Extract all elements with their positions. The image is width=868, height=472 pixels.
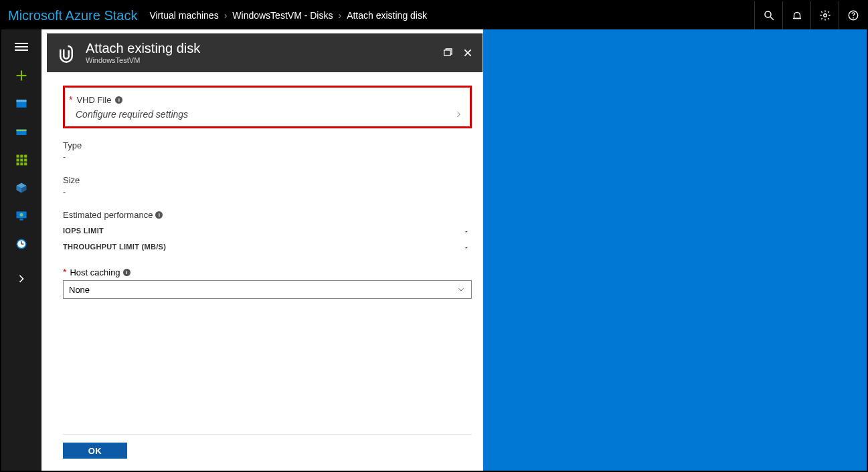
- svg-rect-16: [20, 158, 23, 161]
- topbar-actions: [754, 1, 867, 29]
- chevron-right-icon: [454, 110, 463, 119]
- attach-disk-blade: Attach existing disk WindowsTestVM * VHD…: [47, 33, 483, 467]
- blade-header: Attach existing disk WindowsTestVM: [47, 33, 483, 72]
- host-caching-label: Host caching: [70, 267, 120, 277]
- sidebar: [1, 29, 41, 471]
- restore-icon[interactable]: [442, 47, 453, 58]
- portal-background: [483, 29, 867, 471]
- svg-line-1: [770, 17, 774, 20]
- close-icon[interactable]: [462, 47, 473, 58]
- svg-rect-9: [17, 100, 27, 102]
- info-icon[interactable]: i: [115, 96, 122, 104]
- svg-rect-18: [17, 162, 19, 165]
- host-caching-select[interactable]: None: [63, 280, 472, 299]
- cube-icon: [15, 181, 28, 195]
- svg-rect-28: [444, 50, 450, 55]
- breadcrumb-item[interactable]: Attach existing disk: [347, 10, 427, 21]
- host-caching-value: None: [69, 285, 90, 295]
- svg-rect-17: [24, 158, 27, 161]
- ok-button[interactable]: OK: [63, 443, 127, 459]
- all-resources-button[interactable]: [1, 146, 41, 174]
- svg-rect-20: [24, 162, 27, 165]
- svg-rect-23: [20, 219, 23, 221]
- type-label: Type: [63, 140, 82, 150]
- info-icon[interactable]: i: [155, 211, 163, 219]
- size-label: Size: [63, 175, 80, 185]
- clock-icon: [15, 237, 28, 251]
- throughput-value: -: [465, 243, 468, 251]
- product-name[interactable]: Microsoft Azure Stack: [8, 8, 137, 23]
- svg-rect-14: [24, 155, 27, 158]
- monitor-icon: [15, 209, 28, 223]
- blade-subtitle: WindowsTestVM: [86, 56, 200, 65]
- size-value: -: [63, 185, 472, 197]
- required-marker: *: [69, 94, 72, 105]
- sidebar-item-monitor[interactable]: [1, 202, 41, 230]
- svg-rect-15: [17, 158, 19, 161]
- svg-point-3: [823, 14, 827, 17]
- sidebar-item-recent[interactable]: [1, 230, 41, 258]
- chevron-right-icon: ›: [223, 10, 229, 21]
- attach-icon: [56, 43, 76, 63]
- required-marker: *: [63, 267, 66, 277]
- resource-groups-button[interactable]: [1, 118, 41, 146]
- breadcrumb-item[interactable]: WindowsTestVM - Disks: [232, 10, 333, 21]
- hamburger-icon: [15, 41, 28, 54]
- vhd-file-label: VHD File: [76, 95, 111, 105]
- svg-rect-12: [17, 155, 19, 158]
- vhd-file-picker[interactable]: * VHD File i Configure required settings: [63, 86, 472, 128]
- iops-label: IOPS LIMIT: [63, 227, 104, 235]
- breadcrumb-item[interactable]: Virtual machines: [149, 10, 218, 21]
- info-icon[interactable]: i: [123, 269, 131, 276]
- grid-icon: [15, 153, 28, 166]
- help-icon[interactable]: [839, 1, 867, 29]
- menu-button[interactable]: [1, 33, 41, 62]
- dashboard-icon: [15, 97, 28, 110]
- sidebar-item-cube[interactable]: [1, 174, 41, 202]
- chevron-down-icon: [456, 285, 466, 294]
- chevron-right-icon: ›: [337, 10, 343, 21]
- chevron-right-icon: [15, 272, 28, 285]
- vhd-placeholder: Configure required settings: [76, 109, 188, 120]
- breadcrumbs: Virtual machines › WindowsTestVM - Disks…: [149, 10, 427, 21]
- blade-title: Attach existing disk: [86, 41, 200, 56]
- settings-icon[interactable]: [810, 1, 839, 29]
- performance-heading: Estimated performance: [63, 210, 153, 220]
- topbar: Microsoft Azure Stack Virtual machines ›…: [1, 1, 867, 29]
- svg-rect-13: [20, 155, 23, 158]
- plus-icon: [15, 69, 28, 82]
- svg-point-5: [853, 17, 853, 18]
- notifications-icon[interactable]: [782, 1, 810, 29]
- search-icon[interactable]: [754, 1, 782, 29]
- folder-icon: [15, 125, 28, 138]
- svg-point-0: [765, 11, 771, 17]
- svg-rect-19: [20, 162, 23, 165]
- iops-value: -: [465, 227, 468, 235]
- throughput-label: THROUGHPUT LIMIT (MB/S): [63, 243, 166, 251]
- svg-point-22: [20, 213, 23, 217]
- type-value: -: [63, 150, 472, 162]
- svg-rect-11: [17, 130, 27, 132]
- new-button[interactable]: [1, 62, 41, 90]
- dashboard-button[interactable]: [1, 90, 41, 118]
- sidebar-expand[interactable]: [1, 265, 41, 293]
